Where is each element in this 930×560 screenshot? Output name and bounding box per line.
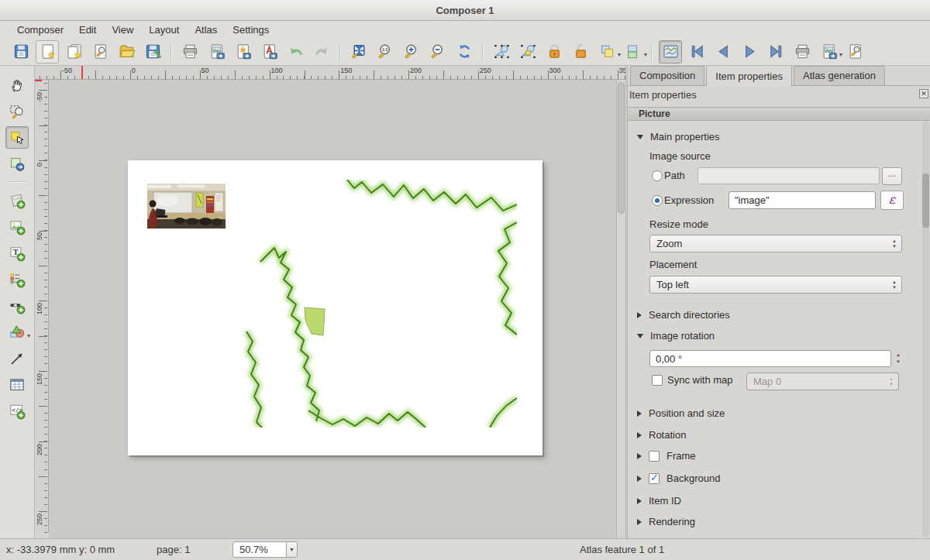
select-all-button[interactable] [490,40,513,64]
sync-with-map-checkbox[interactable] [652,375,663,386]
redo-icon [313,43,331,60]
deselect-all-button[interactable] [516,40,539,64]
frame-checkbox[interactable] [649,451,660,462]
group-frame[interactable]: Frame [637,450,696,462]
atlas-preview-button[interactable] [659,40,682,64]
menu-composer[interactable]: Composer [9,22,71,37]
add-image-button[interactable] [5,215,29,238]
expression-builder-button[interactable]: ε [880,191,904,210]
atlas-first-button[interactable] [685,40,708,64]
align-items-button[interactable]: ▾ [622,40,645,64]
group-main-properties[interactable]: Main properties [637,131,720,143]
composition-canvas[interactable] [49,80,625,538]
group-rotation[interactable]: Rotation [637,429,686,441]
dropdown-arrow-icon[interactable]: ▾ [839,51,842,58]
ruler-label: 300 [549,67,561,74]
rotation-spinbox[interactable]: 0,00 ° [649,350,891,367]
add-map-button[interactable] [5,189,29,211]
placement-label: Placement [649,259,697,270]
statusbar: x: -33.3979 mm y: 0 mm page: 1 50.7% ▼ A… [0,538,930,560]
path-input[interactable] [698,167,880,184]
picture-item[interactable] [147,184,226,228]
expression-input[interactable]: "image" [728,191,876,209]
zoom-in-button[interactable] [400,40,423,64]
menu-atlas[interactable]: Atlas [187,22,225,37]
canvas-scrollbar[interactable] [616,80,625,538]
redo-button[interactable] [310,40,333,64]
pan-button[interactable] [5,74,29,96]
print-atlas-button[interactable] [790,40,814,64]
group-background[interactable]: Background [637,472,720,484]
export-svg-button[interactable] [231,40,254,64]
add-arrow-button[interactable] [5,347,29,369]
print-button[interactable] [178,40,202,64]
group-position-and-size[interactable]: Position and size [637,407,725,419]
zoom-actual-button[interactable]: 1:1 [374,40,397,64]
panel-scrollbar[interactable] [922,122,929,537]
load-template-button[interactable] [115,40,138,64]
save-template-button[interactable] [141,40,164,64]
tab-atlas-generation[interactable]: Atlas generation [794,66,885,85]
atlas-prev-button[interactable] [711,40,735,64]
add-shape-button[interactable]: ▾ [5,321,29,343]
browse-button[interactable]: ... [882,167,902,185]
new-composer-button[interactable] [36,40,59,64]
add-table-button[interactable] [5,373,29,396]
resize-mode-select[interactable]: Zoom [649,235,902,253]
add-legend-button[interactable] [5,268,29,290]
expression-radio[interactable] [652,195,663,206]
export-atlas-button[interactable]: ▾ [817,40,840,64]
zoom-tool-button[interactable] [5,100,29,122]
menu-settings[interactable]: Settings [225,22,277,37]
move-item-content-button[interactable] [5,153,29,175]
spinner-arrows-icon[interactable] [894,352,903,366]
group-search-directories[interactable]: Search directories [637,309,730,321]
zoom-level-input[interactable]: 50.7% [232,541,287,558]
canvas-scrollbar-thumb[interactable] [618,82,625,214]
select-move-item-button[interactable] [5,126,29,149]
export-pdf-button[interactable] [257,40,281,64]
panel-close-icon[interactable]: ✕ [919,89,928,98]
refresh-view-button[interactable] [453,40,476,64]
zoom-out-button[interactable] [426,40,450,64]
atlas-settings-button[interactable] [843,40,866,64]
export-atlas-icon [820,43,838,60]
window-titlebar[interactable]: Composer 1 [0,0,930,21]
group-image-rotation[interactable]: Image rotation [637,330,715,342]
load-template-icon [118,43,136,60]
undo-button[interactable] [284,40,307,64]
atlas-next-button[interactable] [738,40,761,64]
duplicate-composer-button[interactable] [62,40,85,64]
atlas-last-button[interactable] [764,40,787,64]
map-select[interactable]: Map 0 [746,373,899,390]
group-rendering[interactable]: Rendering [637,516,695,527]
dropdown-arrow-icon[interactable]: ▾ [644,51,647,58]
zoom-full-button[interactable] [347,40,370,64]
map-item[interactable] [231,180,517,428]
path-radio[interactable] [652,170,663,181]
zoom-dropdown-button[interactable]: ▼ [286,541,298,558]
dropdown-arrow-icon[interactable]: ▾ [618,51,621,58]
add-label-button[interactable]: T [5,242,29,264]
panel-scrollbar-thumb[interactable] [922,173,929,228]
add-scalebar-button[interactable] [5,294,29,317]
save-project-button[interactable] [9,40,33,64]
raise-items-button[interactable]: ▾ [595,40,618,64]
group-item-id[interactable]: Item ID [637,495,681,507]
placement-select[interactable]: Top left [649,276,902,294]
atlas-settings-icon [846,43,864,60]
unlock-items-button[interactable] [569,40,592,64]
tab-item-properties[interactable]: Item properties [706,66,792,86]
export-image-button[interactable] [205,40,228,64]
composer-page[interactable] [128,160,542,455]
collapse-arrow-icon [637,476,642,482]
menu-layout[interactable]: Layout [141,22,187,37]
background-checkbox[interactable] [649,473,660,484]
menu-view[interactable]: View [104,22,141,37]
lock-items-button[interactable] [542,40,566,64]
composer-manager-button[interactable] [88,40,112,64]
menu-edit[interactable]: Edit [71,22,104,37]
dropdown-arrow-icon[interactable]: ▾ [27,332,30,339]
tab-composition[interactable]: Composition [630,66,704,85]
add-html-button[interactable]: </> [5,400,29,422]
